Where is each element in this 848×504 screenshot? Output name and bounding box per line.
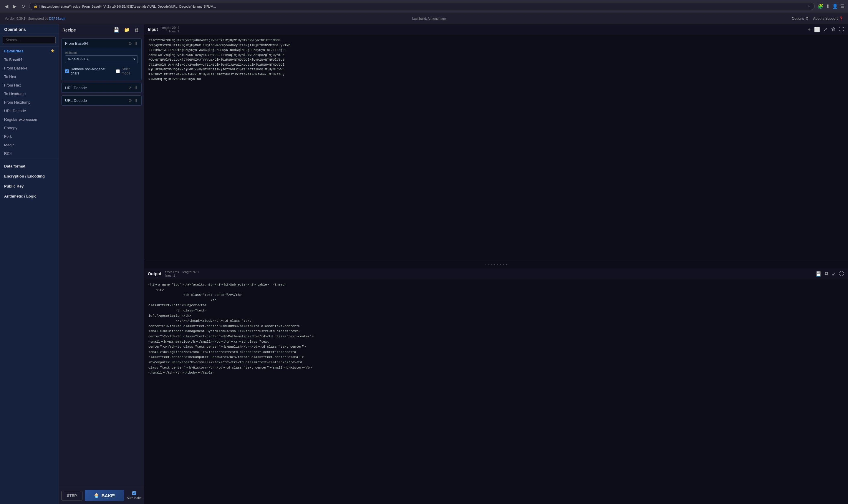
sidebar-title: Operations [0, 24, 59, 34]
address-bar[interactable]: 🔒 https://cyberchef.org/#recipe=From_Bas… [29, 3, 815, 10]
input-add-button[interactable]: + [807, 26, 811, 33]
sidebar-item-to-hex[interactable]: To Hex [0, 72, 59, 81]
remove-nonalpha-checkbox[interactable] [65, 69, 69, 73]
from-base64-disable-icon[interactable]: ⊘ [128, 41, 132, 46]
version-text: Version 9.39.1 [5, 17, 25, 20]
io-panel: Input length: 2944 lines: 1 + ⬜ ⤢ 🗑 ⛶ JT… [144, 24, 848, 504]
checkbox-row: Remove non-alphabet chars Strict mode [65, 65, 138, 77]
input-section: Input length: 2944 lines: 1 + ⬜ ⤢ 🗑 ⛶ JT… [144, 24, 848, 260]
auto-bake-label: Auto Bake [127, 496, 142, 500]
url-decode-1-actions: ⊘ ⏸ [128, 85, 138, 90]
extensions-icon[interactable]: 🧩 [818, 3, 824, 9]
recipe-card-url-decode-2-header: URL Decode ⊘ ⏸ [61, 96, 141, 105]
output-time: 1ms [173, 270, 179, 274]
recipe-save-button[interactable]: 💾 [112, 26, 121, 33]
bake-button[interactable]: 🧁 BAKE! [85, 490, 124, 501]
input-lines: 1 [178, 30, 179, 33]
sidebar-item-url-decode[interactable]: URL Decode [0, 107, 59, 115]
url-decode-1-disable-icon[interactable]: ⊘ [128, 85, 132, 90]
sidebar-item-from-hexdump[interactable]: From Hexdump [0, 98, 59, 107]
sidebar-item-to-base64[interactable]: To Base64 [0, 55, 59, 64]
url-decode-1-title: URL Decode [65, 86, 87, 90]
input-maximize-button[interactable]: ⤢ [823, 26, 828, 33]
output-lines: 1 [174, 274, 175, 277]
output-header-left: Output time: 1ms length: 970 lines: 1 [148, 270, 198, 277]
url-decode-1-pause-icon[interactable]: ⏸ [134, 85, 138, 90]
sidebar-item-to-hexdump[interactable]: To Hexdump [0, 90, 59, 98]
input-split-button[interactable]: ⬜ [814, 26, 820, 33]
remove-nonalpha-checkbox-item[interactable]: Remove non-alphabet chars [65, 67, 111, 75]
url-decode-2-pause-icon[interactable]: ⏸ [134, 98, 138, 103]
security-icon: 🔒 [34, 4, 38, 8]
input-header-right: + ⬜ ⤢ 🗑 ⛶ [807, 26, 845, 33]
alphabet-field: Alphabet A-Za-z0-9+/= ▾ [65, 51, 138, 63]
reload-button[interactable]: ↻ [20, 2, 26, 10]
sidebar-search-container [0, 34, 59, 47]
sidebar-item-from-hex[interactable]: From Hex [0, 81, 59, 90]
recipe-card-from-base64-header: From Base64 ⊘ ⏸ [61, 39, 141, 48]
auto-bake-checkbox[interactable] [132, 491, 136, 495]
output-save-button[interactable]: 💾 [815, 271, 822, 277]
forward-button[interactable]: ▶ [12, 2, 18, 10]
sidebar-item-entropy[interactable]: Entropy [0, 124, 59, 132]
output-fullscreen-button[interactable]: ⛶ [838, 271, 845, 277]
url-decode-2-actions: ⊘ ⏸ [128, 98, 138, 103]
sidebar-item-rc4[interactable]: RC4 [0, 149, 59, 158]
input-content[interactable]: JTJCY2xhc3MlMjUzRCUyNTIydGV4dC1jZW50ZXIl… [144, 35, 848, 260]
sidebar-items: Favourites ★ To Base64 From Base64 To He… [0, 47, 59, 504]
main-layout: Operations Favourites ★ To Base64 From B… [0, 24, 848, 504]
step-button[interactable]: STEP [61, 491, 83, 501]
sidebar-category-arithmetic: Arithmetic / Logic [0, 191, 59, 200]
recipe-card-url-decode-2: URL Decode ⊘ ⏸ [61, 95, 142, 106]
sidebar-category-data-format: Data format [0, 160, 59, 170]
options-button[interactable]: Options ⚙ [792, 17, 808, 21]
bookmark-icon[interactable]: ☆ [807, 4, 810, 8]
sidebar: Operations Favourites ★ To Base64 From B… [0, 24, 59, 504]
recipe-toolbar: 💾 📁 🗑 [112, 26, 141, 33]
header-actions: Options ⚙ About / Support ❓ [792, 17, 843, 21]
sponsor-text: · Sponsored by DEF24.com [26, 17, 66, 20]
output-copy-button[interactable]: ⧉ [825, 271, 829, 277]
url-decode-2-disable-icon[interactable]: ⊘ [128, 98, 132, 103]
input-trash-button[interactable]: 🗑 [830, 26, 836, 33]
alphabet-select[interactable]: A-Za-z0-9+/= ▾ [65, 55, 138, 63]
from-base64-actions: ⊘ ⏸ [128, 41, 138, 46]
sidebar-item-magic[interactable]: Magic [0, 141, 59, 149]
sidebar-divider-1 [0, 159, 59, 159]
recipe-trash-button[interactable]: 🗑 [133, 27, 141, 33]
strict-mode-checkbox[interactable] [116, 69, 120, 73]
input-title: Input [148, 27, 158, 32]
alphabet-label: Alphabet [65, 51, 138, 54]
sidebar-category-public-key: Public Key [0, 180, 59, 191]
sidebar-item-from-base64[interactable]: From Base64 [0, 64, 59, 72]
sidebar-item-favourites[interactable]: Favourites ★ [0, 47, 59, 55]
recipe-card-url-decode-1-header: URL Decode ⊘ ⏸ [61, 83, 141, 93]
from-base64-pause-icon[interactable]: ⏸ [134, 41, 138, 46]
sidebar-item-regex[interactable]: Regular expression [0, 115, 59, 124]
dots-separator: · · · · · · · · [144, 260, 848, 269]
strict-mode-checkbox-item[interactable]: Strict mode [116, 67, 138, 75]
url-decode-2-title: URL Decode [65, 98, 87, 103]
about-button[interactable]: About / Support ❓ [813, 17, 843, 21]
app-header: Version 9.39.1 · Sponsored by DEF24.com … [0, 13, 848, 24]
back-button[interactable]: ◀ [3, 2, 10, 10]
recipe-folder-button[interactable]: 📁 [123, 26, 131, 33]
auto-bake-area: Auto Bake [127, 491, 142, 500]
download-icon[interactable]: ⬇ [826, 3, 830, 9]
recipe-items: From Base64 ⊘ ⏸ Alphabet A-Za-z0-9+/= ▾ [59, 36, 144, 487]
profile-icon[interactable]: 👤 [832, 3, 838, 9]
output-maximize-button[interactable]: ⤢ [831, 271, 836, 277]
input-length: 2944 [172, 26, 179, 30]
chevron-down-icon: ▾ [133, 57, 135, 61]
last-build: Last build: A month ago [412, 17, 446, 20]
recipe-panel: Recipe 💾 📁 🗑 From Base64 ⊘ ⏸ [59, 24, 144, 504]
strict-mode-label: Strict mode [122, 67, 138, 75]
sponsor-link[interactable]: DEF24.com [49, 17, 66, 20]
browser-nav: ◀ ▶ ↻ [3, 2, 26, 10]
sidebar-item-fork[interactable]: Fork [0, 132, 59, 141]
input-header: Input length: 2944 lines: 1 + ⬜ ⤢ 🗑 ⛶ [144, 24, 848, 35]
remove-nonalpha-label: Remove non-alphabet chars [71, 67, 111, 75]
menu-icon[interactable]: ☰ [840, 3, 845, 9]
input-fullscreen-button[interactable]: ⛶ [838, 26, 845, 33]
search-input[interactable] [3, 36, 56, 44]
